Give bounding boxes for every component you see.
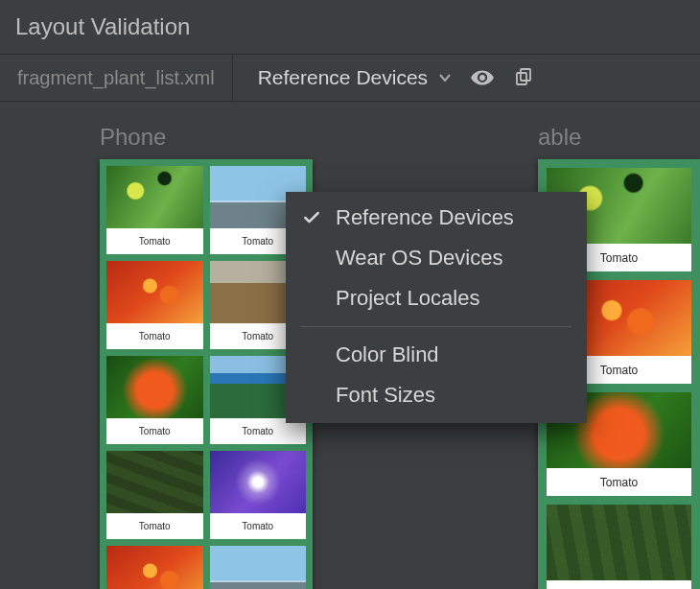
menu-item-label: Reference Devices xyxy=(336,205,514,230)
copy-stack-icon[interactable] xyxy=(512,66,535,89)
svg-rect-1 xyxy=(517,73,526,84)
thumbnail-caption: Tomato xyxy=(106,323,203,349)
device-set-selector[interactable]: Reference Devices xyxy=(258,66,453,89)
list-item[interactable] xyxy=(210,546,307,589)
file-tab[interactable]: fragment_plant_list.xml xyxy=(0,55,233,101)
menu-item[interactable]: Reference Devices xyxy=(286,192,587,238)
device-set-label: Reference Devices xyxy=(258,66,428,89)
device-label-foldable: able xyxy=(538,124,581,151)
device-label-phone: Phone xyxy=(100,124,166,151)
thumbnail-caption: Tomato xyxy=(106,418,203,444)
menu-item[interactable]: Project Locales xyxy=(286,278,587,318)
visibility-icon[interactable] xyxy=(470,65,495,90)
thumbnail-image xyxy=(106,356,203,418)
check-icon xyxy=(301,208,322,227)
thumbnail-image xyxy=(106,546,203,589)
thumbnail-image xyxy=(106,261,203,323)
menu-separator xyxy=(301,326,572,327)
thumbnail-image xyxy=(210,451,307,513)
menu-item-label: Project Locales xyxy=(336,286,479,311)
device-set-dropdown: Reference DevicesWear OS DevicesProject … xyxy=(286,192,587,423)
menu-item[interactable]: Font Sizes xyxy=(286,375,587,423)
list-item[interactable]: Tomato xyxy=(106,166,203,254)
thumbnail-image xyxy=(106,451,203,513)
menu-item[interactable]: Wear OS Devices xyxy=(286,238,587,278)
thumbnail-caption: Tomato xyxy=(106,228,203,254)
thumbnail-image xyxy=(210,546,307,589)
panel-title: Layout Validation xyxy=(0,0,700,55)
list-item[interactable]: Tomato xyxy=(106,356,203,444)
menu-item[interactable]: Color Blind xyxy=(286,335,587,375)
chevron-down-icon xyxy=(437,70,453,85)
thumbnail-image xyxy=(547,505,691,580)
menu-item-label: Font Sizes xyxy=(336,383,435,408)
thumbnail-caption: Tomato xyxy=(106,513,203,539)
toolbar: fragment_plant_list.xml Reference Device… xyxy=(0,55,700,102)
svg-rect-0 xyxy=(521,69,530,81)
preview-phone[interactable]: TomatoTomatoTomatoTomatoTomatoTomatoToma… xyxy=(100,159,313,589)
menu-item-label: Color Blind xyxy=(336,342,439,367)
thumbnail-caption: Tomato xyxy=(547,468,691,496)
list-item[interactable]: Tomato xyxy=(106,451,203,539)
thumbnail-caption: Tomato xyxy=(210,513,307,539)
list-item[interactable]: Tomato xyxy=(210,451,307,539)
preview-area: Phone able TomatoTomatoTomatoTomatoTomat… xyxy=(0,102,700,589)
list-item[interactable]: Tomato xyxy=(547,505,691,589)
list-item[interactable] xyxy=(106,546,203,589)
thumbnail-image xyxy=(106,166,203,228)
menu-item-label: Wear OS Devices xyxy=(336,246,502,271)
thumbnail-caption: Tomato xyxy=(547,580,691,589)
list-item[interactable]: Tomato xyxy=(106,261,203,349)
